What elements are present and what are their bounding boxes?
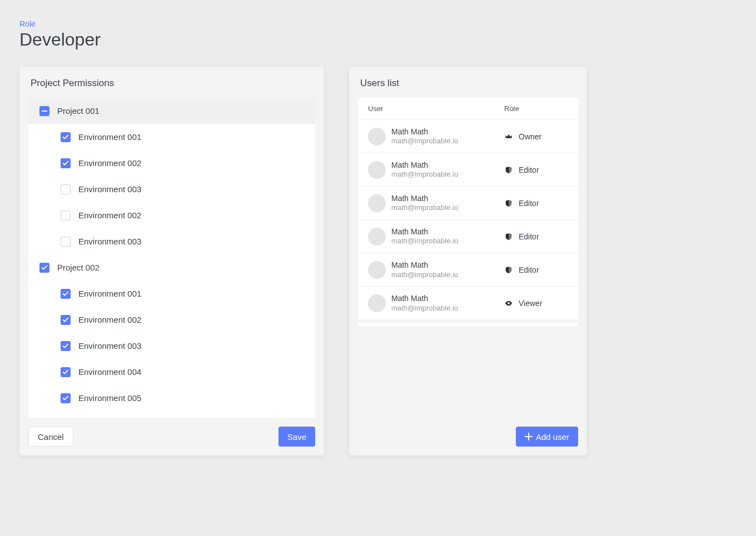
project-label: Project 001 [57, 106, 100, 116]
environment-row[interactable]: Environment 004 [28, 359, 315, 385]
user-info: Math Mathmath@improbable.io [391, 160, 504, 179]
environment-row[interactable]: Environment 003 [28, 176, 315, 202]
environment-row[interactable]: Environment 001 [28, 280, 315, 307]
role-label: Owner [519, 132, 541, 141]
environment-label: Environment 003 [78, 237, 141, 246]
user-row[interactable]: Math Mathmath@improbable.ioViewer [358, 287, 578, 319]
user-name: Math Math [391, 227, 504, 237]
environment-label: Environment 002 [78, 158, 141, 168]
user-row[interactable]: Math Mathmath@improbable.ioEditor [358, 153, 578, 187]
cancel-button[interactable]: Cancel [28, 427, 73, 447]
users-panel: Users list User Role Math Mathmath@impro… [349, 67, 587, 455]
environment-row[interactable]: Environment 003 [28, 228, 315, 254]
user-role: Editor [504, 266, 568, 274]
environment-checkbox[interactable] [61, 237, 71, 247]
environment-label: Environment 004 [78, 367, 141, 377]
user-email: math@improbable.io [391, 203, 504, 213]
add-user-button[interactable]: Add user [516, 427, 578, 447]
page-title: Developer [19, 29, 737, 50]
avatar [368, 128, 386, 146]
user-role: Viewer [504, 299, 568, 308]
environment-row[interactable]: Environment 002 [28, 202, 315, 228]
users-panel-title: Users list [349, 67, 587, 98]
environment-checkbox[interactable] [61, 132, 71, 142]
user-row[interactable]: Math Mathmath@improbable.ioEditor [358, 187, 578, 220]
environment-label: Environment 005 [78, 393, 141, 403]
plus-icon [525, 433, 533, 440]
role-label: Viewer [519, 299, 543, 308]
environment-checkbox[interactable] [61, 184, 71, 194]
environment-label: Environment 002 [78, 315, 141, 324]
user-row[interactable]: Math Mathmath@improbable.ioEditor [358, 220, 578, 253]
avatar [368, 228, 386, 246]
users-table: User Role Math Mathmath@improbable.ioOwn… [358, 98, 578, 319]
user-name: Math Math [391, 260, 504, 270]
avatar [368, 294, 386, 312]
user-email: math@improbable.io [391, 237, 504, 246]
crown-icon [504, 132, 513, 141]
permissions-panel-title: Project Permissions [19, 67, 324, 98]
column-header-role: Role [504, 104, 568, 113]
avatar [368, 194, 386, 212]
user-role: Editor [504, 232, 568, 241]
add-user-label: Add user [536, 432, 569, 442]
user-info: Math Mathmath@improbable.io [391, 127, 504, 146]
avatar [368, 261, 386, 279]
environment-row[interactable]: Environment 005 [28, 385, 315, 411]
environment-label: Environment 003 [78, 184, 141, 194]
breadcrumb[interactable]: Role [19, 19, 737, 28]
environment-row[interactable]: Environment 001 [28, 124, 315, 150]
project-checkbox[interactable] [39, 263, 49, 273]
environment-checkbox[interactable] [61, 393, 71, 403]
environment-label: Environment 001 [78, 132, 141, 142]
role-label: Editor [519, 232, 539, 241]
svg-point-0 [508, 302, 510, 304]
shield-icon [504, 166, 513, 174]
environment-label: Environment 003 [78, 341, 141, 350]
save-button[interactable]: Save [278, 427, 315, 447]
role-label: Editor [519, 199, 539, 208]
project-row[interactable]: Project 001 [28, 98, 315, 124]
environment-checkbox[interactable] [61, 367, 71, 377]
user-email: math@improbable.io [391, 137, 504, 146]
shield-icon [504, 266, 513, 274]
project-label: Project 002 [57, 263, 100, 272]
user-email: math@improbable.io [391, 170, 504, 179]
environment-row[interactable]: Environment 002 [28, 307, 315, 333]
permissions-tree: Project 001Environment 001Environment 00… [28, 98, 315, 418]
users-table-header: User Role [358, 98, 578, 120]
shield-icon [504, 232, 513, 241]
user-role: Owner [504, 132, 568, 141]
environment-label: Environment 001 [78, 289, 141, 298]
user-row[interactable]: Math Mathmath@improbable.ioOwner [358, 120, 578, 153]
user-name: Math Math [391, 193, 504, 203]
role-label: Editor [519, 166, 539, 174]
environment-checkbox[interactable] [61, 158, 71, 168]
project-checkbox[interactable] [39, 106, 49, 116]
environment-checkbox[interactable] [61, 315, 71, 325]
user-email: math@improbable.io [391, 270, 504, 280]
user-row[interactable]: Math Mathmath@improbable.ioEditor [358, 253, 578, 287]
role-label: Editor [519, 266, 539, 274]
environment-checkbox[interactable] [61, 211, 71, 221]
environment-row[interactable]: Environment 002 [28, 150, 315, 176]
eye-icon [504, 299, 513, 308]
environment-checkbox[interactable] [61, 289, 71, 299]
user-email: math@improbable.io [391, 304, 504, 313]
shield-icon [504, 199, 513, 208]
user-info: Math Mathmath@improbable.io [391, 193, 504, 213]
user-role: Editor [504, 199, 568, 208]
user-name: Math Math [391, 293, 504, 303]
user-info: Math Mathmath@improbable.io [391, 293, 504, 313]
user-role: Editor [504, 166, 568, 174]
environment-row[interactable]: Environment 003 [28, 333, 315, 359]
page-header: Role Developer [19, 19, 737, 50]
user-name: Math Math [391, 127, 504, 137]
environment-label: Environment 002 [78, 211, 141, 220]
project-row[interactable]: Project 002 [28, 254, 315, 280]
user-info: Math Mathmath@improbable.io [391, 227, 504, 246]
user-info: Math Mathmath@improbable.io [391, 260, 504, 279]
permissions-panel: Project Permissions Project 001Environme… [19, 67, 324, 455]
column-header-user: User [368, 104, 504, 113]
environment-checkbox[interactable] [61, 341, 71, 351]
